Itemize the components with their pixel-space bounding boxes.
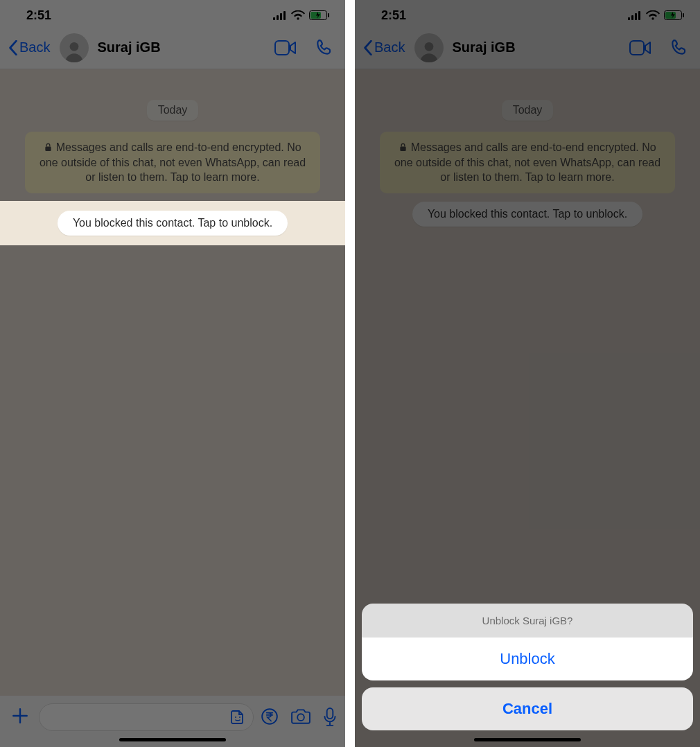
svg-rect-16 [631, 15, 633, 20]
home-indicator[interactable] [474, 738, 581, 741]
back-label: Back [374, 39, 405, 55]
avatar-placeholder-icon [417, 39, 441, 62]
status-time: 2:51 [381, 8, 406, 23]
highlighted-region: You blocked this contact. Tap to unblock… [0, 201, 345, 245]
battery-charging-icon [664, 10, 685, 20]
svg-rect-3 [283, 11, 286, 20]
date-separator: Today [147, 100, 199, 121]
status-bar: 2:51 [0, 0, 345, 26]
rupee-icon[interactable] [261, 708, 279, 726]
cellular-icon [628, 11, 642, 20]
date-separator: Today [502, 100, 554, 121]
lock-icon [44, 143, 53, 152]
attach-button[interactable] [8, 704, 32, 730]
svg-rect-14 [327, 708, 333, 719]
status-bar: 2:51 [355, 0, 700, 26]
action-sheet-group: Unblock Suraj iGB? Unblock [362, 604, 693, 680]
blocked-notice[interactable]: You blocked this contact. Tap to unblock… [58, 211, 288, 236]
svg-rect-2 [280, 13, 282, 20]
svg-rect-0 [273, 17, 275, 20]
cancel-button[interactable]: Cancel [362, 687, 693, 730]
action-sheet: Unblock Suraj iGB? Unblock Cancel [362, 604, 693, 730]
status-icons [273, 10, 330, 20]
status-icons [628, 10, 685, 20]
svg-rect-17 [635, 13, 637, 20]
status-time: 2:51 [26, 8, 51, 23]
wifi-icon [646, 10, 660, 20]
battery-charging-icon [309, 10, 330, 20]
svg-point-10 [235, 717, 236, 718]
svg-rect-18 [638, 11, 640, 20]
svg-point-13 [297, 714, 304, 721]
unblock-button[interactable]: Unblock [362, 638, 693, 680]
encryption-notice[interactable]: Messages and calls are end-to-end encryp… [25, 132, 320, 193]
chat-nav-bar: Back Suraj iGB [355, 26, 700, 69]
video-call-icon[interactable] [274, 40, 297, 55]
chat-area[interactable]: Today Messages and calls are end-to-end … [0, 100, 345, 726]
action-sheet-title: Unblock Suraj iGB? [362, 604, 693, 638]
svg-point-7 [70, 42, 79, 51]
mic-icon[interactable] [323, 708, 337, 727]
cellular-icon [273, 11, 287, 20]
avatar-placeholder-icon [62, 39, 86, 62]
phone-screenshot-right: 2:51 Back Suraj iGB Today Messages and c… [355, 0, 700, 747]
chevron-left-icon [363, 40, 373, 55]
encryption-notice[interactable]: Messages and calls are end-to-end encryp… [380, 132, 675, 193]
home-indicator[interactable] [119, 738, 226, 741]
back-label: Back [19, 39, 50, 55]
contact-name[interactable]: Suraj iGB [452, 39, 629, 55]
svg-rect-24 [401, 147, 406, 152]
plus-icon [11, 707, 29, 725]
contact-avatar[interactable] [60, 33, 89, 62]
back-button[interactable]: Back [363, 39, 405, 55]
video-call-icon[interactable] [629, 40, 651, 55]
back-button[interactable]: Back [8, 39, 50, 55]
svg-rect-1 [277, 15, 279, 20]
chat-nav-bar: Back Suraj iGB [0, 26, 345, 69]
wifi-icon [291, 10, 305, 20]
blocked-notice[interactable]: You blocked this contact. Tap to unblock… [412, 202, 642, 227]
contact-avatar[interactable] [414, 33, 444, 62]
svg-rect-21 [683, 13, 684, 17]
svg-rect-9 [46, 147, 51, 152]
lock-icon [399, 143, 408, 152]
voice-call-icon[interactable] [315, 39, 333, 57]
message-input[interactable] [39, 703, 254, 731]
svg-point-22 [425, 42, 434, 51]
svg-rect-23 [630, 41, 644, 55]
contact-name[interactable]: Suraj iGB [97, 39, 274, 55]
svg-rect-8 [275, 41, 289, 55]
svg-point-11 [239, 717, 240, 718]
svg-rect-15 [628, 17, 630, 20]
svg-rect-6 [328, 13, 329, 17]
encryption-text: Messages and calls are end-to-end encryp… [40, 141, 306, 183]
voice-call-icon[interactable] [670, 39, 688, 57]
phone-screenshot-left: 2:51 Back Suraj iGB Today Messages and c… [0, 0, 345, 747]
encryption-text: Messages and calls are end-to-end encryp… [394, 141, 660, 183]
chevron-left-icon [8, 40, 18, 55]
sticker-icon[interactable] [229, 709, 246, 726]
camera-icon[interactable] [291, 708, 310, 724]
